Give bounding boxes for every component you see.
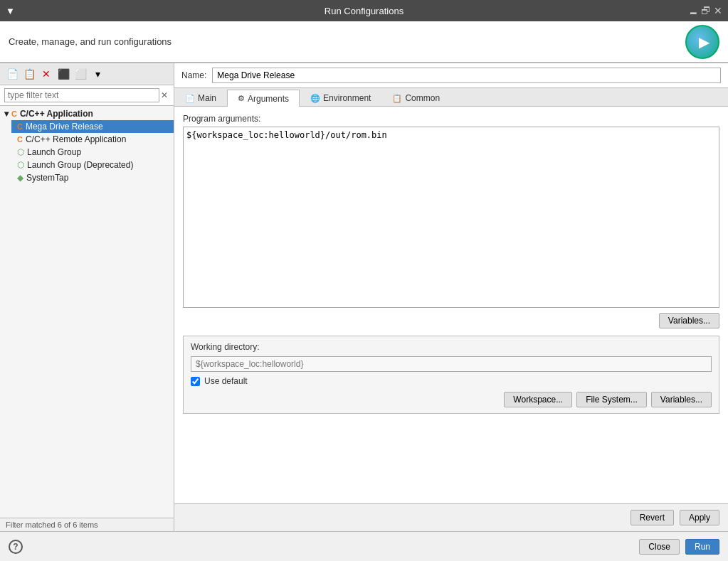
- program-args-section: Program arguments: ${workspace_loc:hello…: [183, 114, 719, 328]
- tree-item-label: C/C++ Remote Application: [26, 134, 126, 144]
- tab-common-icon: 📋: [392, 94, 402, 103]
- tree-item-remote[interactable]: C C/C++ Remote Application: [11, 133, 174, 146]
- filter-clear-button[interactable]: ✕: [159, 90, 169, 100]
- tab-common-label: Common: [405, 93, 440, 103]
- new-config-button[interactable]: 📄: [4, 66, 20, 82]
- working-dir-section: Working directory: Use default Workspace…: [183, 336, 719, 414]
- item-icon-launch: ⬡: [17, 147, 24, 157]
- tree-item-label: Launch Group: [27, 147, 81, 157]
- collapse-all-button[interactable]: ⬜: [73, 66, 88, 82]
- tree-item-systemtap[interactable]: ◆ SystemTap: [11, 171, 174, 184]
- main-layout: 📄 📋 ✕ ⬛ ⬜ ▾ ✕ ▾ C C/C++ Application C Me…: [0, 63, 728, 531]
- more-options-button[interactable]: ▾: [90, 66, 105, 82]
- item-icon-systap: ◆: [17, 173, 23, 183]
- window-controls: 🗕 🗗 ✕: [688, 5, 722, 16]
- tree-item-label: Launch Group (Deprecated): [27, 160, 133, 170]
- maximize-icon[interactable]: 🗗: [701, 5, 711, 16]
- filter-box: ✕: [0, 85, 174, 106]
- tab-environment[interactable]: 🌐 Environment: [300, 90, 381, 106]
- header-description: Create, manage, and run configurations: [9, 36, 172, 47]
- file-system-button[interactable]: File System...: [576, 392, 647, 407]
- right-panel: Name: 📄 Main ⚙ Arguments 🌐 Environment 📋…: [174, 63, 728, 531]
- tab-bar: 📄 Main ⚙ Arguments 🌐 Environment 📋 Commo…: [174, 88, 728, 107]
- tab-common[interactable]: 📋 Common: [381, 90, 450, 106]
- tab-environment-label: Environment: [323, 93, 371, 103]
- filter-input[interactable]: [4, 88, 159, 102]
- working-dir-input[interactable]: [191, 356, 712, 372]
- left-toolbar: 📄 📋 ✕ ⬛ ⬜ ▾: [0, 63, 174, 85]
- workspace-button[interactable]: Workspace...: [504, 392, 572, 407]
- dialog-title: Run Configurations: [325, 6, 403, 16]
- use-default-row: Use default: [191, 376, 712, 386]
- filter-status-text: Filter matched 6 of 6 items: [6, 520, 98, 529]
- apply-button[interactable]: Apply: [680, 510, 719, 525]
- filter-status: Filter matched 6 of 6 items: [0, 518, 174, 531]
- revert-button[interactable]: Revert: [631, 510, 674, 525]
- tree-group-cpp[interactable]: ▾ C C/C++ Application: [0, 107, 174, 120]
- tab-main-icon: 📄: [185, 94, 195, 103]
- export-config-button[interactable]: ⬛: [56, 66, 71, 82]
- item-icon-mega: C: [17, 122, 23, 131]
- name-label: Name:: [181, 70, 206, 80]
- arguments-tab-content: Program arguments: ${workspace_loc:hello…: [174, 107, 728, 503]
- config-tree: ▾ C C/C++ Application C Mega Drive Relea…: [0, 106, 174, 518]
- tree-item-launch-group[interactable]: ⬡ Launch Group: [11, 146, 174, 159]
- tab-main-label: Main: [198, 93, 216, 103]
- tree-item-label: SystemTap: [26, 173, 68, 183]
- left-panel: 📄 📋 ✕ ⬛ ⬜ ▾ ✕ ▾ C C/C++ Application C Me…: [0, 63, 174, 531]
- tree-item-label: Mega Drive Release: [26, 122, 103, 132]
- tree-children: C Mega Drive Release C C/C++ Remote Appl…: [0, 120, 174, 184]
- tab-environment-icon: 🌐: [310, 94, 320, 103]
- tree-group-label: C/C++ Application: [20, 109, 93, 119]
- working-dir-label: Working directory:: [191, 342, 712, 352]
- title-bar-menu[interactable]: ▼: [6, 6, 15, 16]
- run-icon[interactable]: [685, 25, 719, 59]
- footer-right: Close Run: [639, 539, 719, 555]
- action-bar: Revert Apply: [174, 503, 728, 531]
- program-args-textarea[interactable]: ${workspace_loc:helloworld}/out/rom.bin: [183, 127, 719, 308]
- tree-item-mega-drive[interactable]: C Mega Drive Release: [11, 120, 174, 133]
- name-row: Name:: [174, 63, 728, 88]
- variables-button-2[interactable]: Variables...: [651, 392, 712, 407]
- use-default-label: Use default: [204, 376, 248, 386]
- run-button[interactable]: Run: [685, 539, 719, 555]
- expand-icon: ▾: [4, 109, 9, 119]
- header-bar: Create, manage, and run configurations: [0, 21, 728, 63]
- dir-buttons: Workspace... File System... Variables...: [191, 392, 712, 407]
- item-icon-launch-dep: ⬡: [17, 160, 24, 170]
- variables-button[interactable]: Variables...: [659, 313, 719, 328]
- item-icon-remote: C: [17, 135, 23, 144]
- program-args-label: Program arguments:: [183, 114, 719, 124]
- close-button[interactable]: Close: [639, 539, 680, 555]
- config-name-input[interactable]: [212, 68, 721, 83]
- use-default-checkbox[interactable]: [191, 377, 200, 386]
- minimize-icon[interactable]: 🗕: [688, 5, 698, 16]
- tab-arguments[interactable]: ⚙ Arguments: [227, 90, 300, 107]
- cpp-group-icon: C: [11, 109, 17, 118]
- tab-main[interactable]: 📄 Main: [174, 90, 227, 106]
- delete-config-button[interactable]: ✕: [38, 66, 54, 82]
- title-bar: ▼ Run Configurations 🗕 🗗 ✕: [0, 0, 728, 21]
- tree-item-launch-group-deprecated[interactable]: ⬡ Launch Group (Deprecated): [11, 159, 174, 171]
- tab-arguments-label: Arguments: [248, 94, 289, 104]
- tab-arguments-icon: ⚙: [238, 94, 245, 103]
- footer-left: ?: [9, 540, 23, 554]
- help-icon[interactable]: ?: [9, 540, 23, 554]
- footer: ? Close Run: [0, 531, 728, 561]
- close-icon[interactable]: ✕: [714, 5, 722, 16]
- duplicate-config-button[interactable]: 📋: [21, 66, 37, 82]
